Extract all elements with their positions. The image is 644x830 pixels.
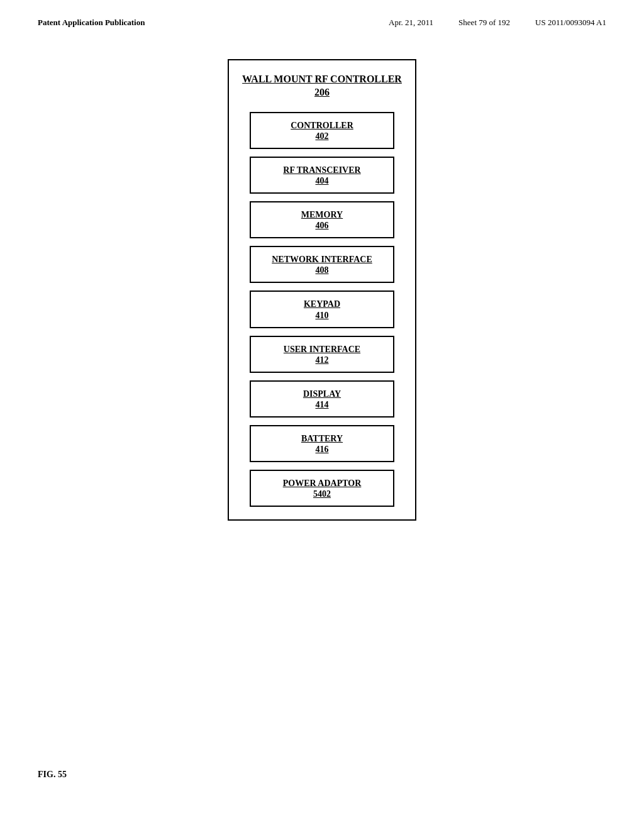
outer-box-wall-mount-rf-controller: WALL MOUNT RF CONTROLLER 206 CONTROLLER … bbox=[228, 59, 416, 521]
network-interface-label: NETWORK INTERFACE bbox=[272, 255, 372, 264]
rf-transceiver-number: 404 bbox=[256, 176, 388, 186]
rf-transceiver-box: RF TRANSCEIVER 404 bbox=[250, 157, 394, 194]
user-interface-number: 412 bbox=[256, 355, 388, 365]
controller-box: CONTROLLER 402 bbox=[250, 112, 394, 149]
diagram-area: WALL MOUNT RF CONTROLLER 206 CONTROLLER … bbox=[0, 28, 644, 521]
memory-label: MEMORY bbox=[301, 210, 343, 219]
publication-label: Patent Application Publication bbox=[38, 18, 145, 28]
patent-number: US 2011/0093094 A1 bbox=[535, 18, 606, 28]
user-interface-box: USER INTERFACE 412 bbox=[250, 336, 394, 373]
user-interface-label: USER INTERFACE bbox=[284, 345, 360, 354]
outer-title-number: 206 bbox=[314, 87, 330, 97]
display-box: DISPLAY 414 bbox=[250, 380, 394, 418]
keypad-box: KEYPAD 410 bbox=[250, 290, 394, 328]
controller-label: CONTROLLER bbox=[291, 121, 353, 130]
figure-label: FIG. 55 bbox=[38, 770, 67, 780]
keypad-number: 410 bbox=[256, 311, 388, 321]
publication-date: Apr. 21, 2011 bbox=[389, 18, 433, 28]
display-label: DISPLAY bbox=[303, 389, 341, 399]
power-adaptor-number: 5402 bbox=[256, 489, 388, 499]
power-adaptor-label: POWER ADAPTOR bbox=[283, 479, 362, 488]
outer-title-line1: WALL MOUNT RF CONTROLLER bbox=[242, 74, 402, 84]
network-interface-box: NETWORK INTERFACE 408 bbox=[250, 246, 394, 283]
battery-number: 416 bbox=[256, 445, 388, 455]
memory-number: 406 bbox=[256, 221, 388, 231]
controller-number: 402 bbox=[256, 131, 388, 141]
header-right: Apr. 21, 2011 Sheet 79 of 192 US 2011/00… bbox=[389, 18, 606, 28]
memory-box: MEMORY 406 bbox=[250, 201, 394, 238]
outer-box-title: WALL MOUNT RF CONTROLLER 206 bbox=[242, 73, 402, 99]
page-header: Patent Application Publication Apr. 21, … bbox=[0, 0, 644, 28]
network-interface-number: 408 bbox=[256, 265, 388, 275]
power-adaptor-box: POWER ADAPTOR 5402 bbox=[250, 470, 394, 507]
battery-box: BATTERY 416 bbox=[250, 425, 394, 462]
display-number: 414 bbox=[256, 400, 388, 410]
battery-label: BATTERY bbox=[301, 434, 343, 443]
keypad-label: KEYPAD bbox=[304, 299, 340, 309]
sheet-info: Sheet 79 of 192 bbox=[458, 18, 510, 28]
rf-transceiver-label: RF TRANSCEIVER bbox=[283, 165, 360, 175]
